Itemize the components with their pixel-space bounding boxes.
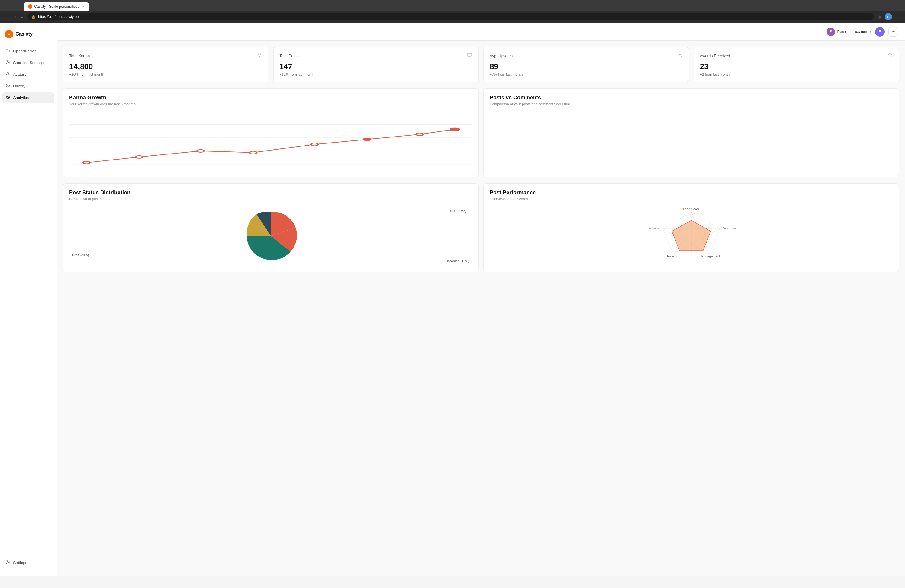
- logo-icon: ●: [5, 30, 13, 38]
- stat-change-karma: +20% from last month: [69, 72, 262, 77]
- tab-title: Casixty - Scale personalized: [34, 5, 79, 9]
- svg-point-11: [83, 161, 90, 164]
- browser-tab-bar: Casixty - Scale personalized ✕ +: [0, 0, 905, 11]
- svg-point-0: [7, 62, 9, 63]
- stat-title-awards: Awards Received: [700, 54, 730, 58]
- nav-refresh-icon[interactable]: ↻: [21, 15, 24, 19]
- sidebar-item-opportunities[interactable]: Opportunities: [2, 46, 54, 57]
- posts-vs-comments-chart: [490, 111, 893, 171]
- karma-growth-chart: [69, 111, 472, 171]
- svg-rect-6: [467, 53, 472, 56]
- sidebar-item-label-settings: Settings: [13, 561, 27, 565]
- nav-back-icon[interactable]: ←: [5, 14, 9, 19]
- profile-avatar[interactable]: E: [884, 13, 892, 21]
- sidebar-item-analytics[interactable]: Analytics: [2, 92, 54, 103]
- sidebar-item-label-sourcing: Sourcing Settings: [13, 60, 44, 65]
- stat-title-posts: Total Posts: [279, 54, 298, 58]
- karma-icon: [257, 52, 262, 59]
- sidebar-bottom: Settings: [0, 555, 57, 571]
- svg-text:Engagement: Engagement: [701, 254, 720, 258]
- svg-point-18: [450, 128, 459, 131]
- sidebar-item-label-opportunities: Opportunities: [13, 49, 36, 53]
- sidebar-item-settings[interactable]: Settings: [2, 557, 54, 568]
- new-tab-button[interactable]: +: [90, 4, 98, 10]
- browser-address-row: ← → ↻ 🔒 https://platform.casixty.com ⊞ E…: [0, 11, 905, 23]
- extensions-icon[interactable]: ⊞: [878, 14, 881, 19]
- svg-marker-27: [672, 220, 711, 250]
- pie-label-draft: Draft (30%): [72, 253, 89, 257]
- stat-change-upvotes: +7% from last month: [490, 72, 683, 77]
- address-bar[interactable]: 🔒 https://platform.casixty.com: [27, 13, 874, 20]
- browser-menu-icon[interactable]: ⋮: [895, 14, 900, 20]
- account-selector[interactable]: E Personal account ▾: [827, 27, 872, 36]
- pie-label-discarded: Discarded (10%): [445, 259, 469, 263]
- svg-point-4: [7, 97, 9, 98]
- stat-change-awards: +2 from last month: [700, 72, 893, 77]
- stat-value-awards: 23: [700, 62, 893, 71]
- post-status-title: Post Status Distribution: [69, 189, 472, 196]
- folder-icon: [5, 48, 10, 54]
- gear-icon: [5, 60, 10, 65]
- pie-label-posted: Posted (45%): [446, 209, 466, 213]
- user-icon: [5, 72, 10, 77]
- svg-text:Lead Score: Lead Score: [683, 207, 699, 211]
- app-container: ● Casixty Opportunities Sourcing Setting…: [0, 23, 905, 576]
- stat-card-upvotes: Avg. Upvotes 89 +7% from last month: [483, 47, 689, 82]
- analytics-icon: [5, 95, 10, 100]
- stat-card-karma: Total Karma 14,800 +20% from last month: [63, 47, 268, 82]
- stat-card-awards: Awards Received 23 +2 from last month: [694, 47, 899, 82]
- logo-area: ● Casixty: [0, 27, 57, 46]
- svg-point-13: [197, 150, 204, 153]
- nav-forward-icon[interactable]: →: [13, 14, 17, 19]
- lock-icon: 🔒: [32, 15, 36, 19]
- browser-tab[interactable]: Casixty - Scale personalized ✕: [24, 2, 89, 11]
- post-performance-card: Post Performance Overview of post scores: [483, 183, 899, 272]
- chevron-down-icon: ▾: [870, 30, 872, 33]
- svg-point-12: [136, 156, 143, 158]
- account-label: Personal account: [837, 29, 867, 34]
- post-status-chart: Posted (45%) Draft (30%) Discarded (10%): [69, 206, 472, 266]
- sun-icon: ☀: [891, 29, 895, 34]
- stat-value-upvotes: 89: [490, 62, 683, 71]
- sidebar-item-history[interactable]: History: [2, 81, 54, 92]
- svg-point-1: [7, 72, 9, 74]
- theme-toggle-button[interactable]: ☀: [888, 27, 898, 37]
- post-status-card: Post Status Distribution Breakdown of po…: [63, 183, 478, 272]
- sidebar-item-label-analytics: Analytics: [13, 95, 29, 100]
- logo-text: Casixty: [16, 32, 33, 37]
- post-performance-subtitle: Overview of post scores: [490, 197, 893, 201]
- user-avatar[interactable]: E: [875, 27, 884, 37]
- svg-point-17: [416, 133, 423, 136]
- charts-row-2: Post Status Distribution Breakdown of po…: [63, 183, 899, 272]
- karma-growth-card: Karma Growth Your karma growth over the …: [63, 88, 478, 177]
- svg-text:Reach: Reach: [667, 254, 676, 258]
- posts-vs-comments-card: Posts vs Comments Comparison of your pos…: [483, 88, 899, 177]
- upvotes-icon: [677, 52, 683, 59]
- sidebar-item-label-history: History: [13, 84, 25, 88]
- post-performance-title: Post Performance: [490, 189, 893, 196]
- clock-icon: [5, 83, 10, 89]
- nav-section: Opportunities Sourcing Settings Avatars …: [0, 46, 57, 555]
- stat-card-posts: Total Posts 147 +12% from last month: [273, 47, 479, 82]
- svg-point-14: [249, 151, 256, 154]
- sidebar-item-label-avatars: Avatars: [13, 72, 26, 77]
- svg-text:Conversion: Conversion: [646, 226, 659, 230]
- stat-value-posts: 147: [279, 62, 473, 71]
- sidebar-item-avatars[interactable]: Avatars: [2, 69, 54, 80]
- karma-growth-title: Karma Growth: [69, 95, 472, 101]
- stats-grid: Total Karma 14,800 +20% from last month …: [63, 47, 899, 82]
- tab-close-icon[interactable]: ✕: [82, 5, 85, 8]
- posts-icon: [467, 52, 472, 59]
- url-text: https://platform.casixty.com: [38, 15, 81, 19]
- settings-gear-icon: [5, 560, 10, 566]
- app-header: E Personal account ▾ E ☀: [57, 23, 905, 41]
- post-performance-chart: Lead Score Post Score Engagement Reach C…: [490, 206, 893, 266]
- stat-value-karma: 14,800: [69, 62, 262, 71]
- post-status-subtitle: Breakdown of post statuses: [69, 197, 472, 201]
- account-avatar: E: [827, 27, 835, 36]
- posts-vs-comments-title: Posts vs Comments: [490, 95, 893, 101]
- sidebar-item-sourcing-settings[interactable]: Sourcing Settings: [2, 57, 54, 68]
- posts-vs-comments-subtitle: Comparison of your posts and comments ov…: [490, 102, 893, 106]
- svg-text:Post Score: Post Score: [722, 226, 736, 230]
- svg-point-16: [364, 138, 370, 141]
